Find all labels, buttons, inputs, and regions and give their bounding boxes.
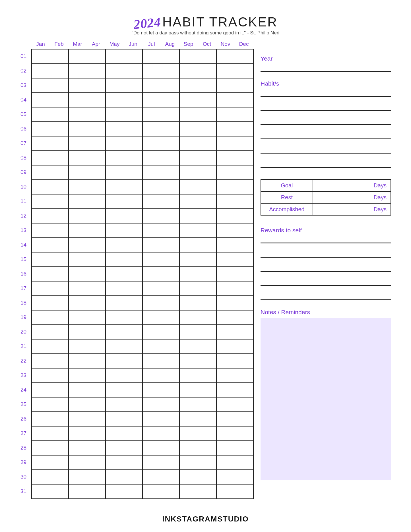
- tracker-cell[interactable]: [142, 107, 161, 122]
- tracker-cell[interactable]: [50, 426, 69, 441]
- tracker-cell[interactable]: [32, 484, 50, 499]
- tracker-cell[interactable]: [198, 426, 216, 441]
- tracker-cell[interactable]: [216, 339, 235, 354]
- tracker-cell[interactable]: [106, 165, 124, 180]
- tracker-cell[interactable]: [142, 354, 161, 368]
- tracker-cell[interactable]: [179, 296, 198, 310]
- tracker-cell[interactable]: [216, 412, 235, 426]
- tracker-cell[interactable]: [32, 165, 50, 180]
- tracker-cell[interactable]: [32, 151, 50, 165]
- tracker-cell[interactable]: [179, 267, 198, 281]
- tracker-cell[interactable]: [179, 64, 198, 78]
- tracker-cell[interactable]: [198, 325, 216, 339]
- tracker-cell[interactable]: [235, 209, 253, 223]
- tracker-cell[interactable]: [87, 151, 106, 165]
- tracker-cell[interactable]: [235, 64, 253, 78]
- accomplished-value[interactable]: Days: [313, 203, 391, 215]
- notes-box[interactable]: [261, 318, 391, 480]
- tracker-cell[interactable]: [50, 238, 69, 252]
- tracker-cell[interactable]: [32, 470, 50, 484]
- tracker-cell[interactable]: [50, 49, 69, 64]
- tracker-cell[interactable]: [235, 136, 253, 151]
- tracker-cell[interactable]: [124, 194, 142, 209]
- tracker-cell[interactable]: [69, 93, 87, 107]
- tracker-cell[interactable]: [142, 325, 161, 339]
- tracker-cell[interactable]: [50, 223, 69, 238]
- tracker-cell[interactable]: [235, 339, 253, 354]
- tracker-cell[interactable]: [161, 296, 179, 310]
- tracker-cell[interactable]: [106, 455, 124, 470]
- tracker-cell[interactable]: [216, 383, 235, 397]
- tracker-cell[interactable]: [69, 223, 87, 238]
- tracker-cell[interactable]: [216, 455, 235, 470]
- tracker-cell[interactable]: [69, 252, 87, 267]
- tracker-cell[interactable]: [235, 325, 253, 339]
- tracker-cell[interactable]: [124, 78, 142, 93]
- habit-line-2[interactable]: [261, 102, 391, 111]
- tracker-cell[interactable]: [179, 470, 198, 484]
- reward-line-5[interactable]: [261, 292, 391, 300]
- tracker-cell[interactable]: [106, 441, 124, 455]
- tracker-cell[interactable]: [50, 296, 69, 310]
- tracker-cell[interactable]: [69, 122, 87, 136]
- tracker-cell[interactable]: [106, 223, 124, 238]
- tracker-cell[interactable]: [106, 209, 124, 223]
- tracker-cell[interactable]: [142, 209, 161, 223]
- tracker-cell[interactable]: [161, 397, 179, 412]
- tracker-cell[interactable]: [87, 441, 106, 455]
- tracker-cell[interactable]: [216, 368, 235, 383]
- tracker-cell[interactable]: [198, 412, 216, 426]
- tracker-cell[interactable]: [161, 252, 179, 267]
- tracker-cell[interactable]: [69, 64, 87, 78]
- tracker-cell[interactable]: [235, 310, 253, 325]
- tracker-cell[interactable]: [50, 194, 69, 209]
- tracker-cell[interactable]: [161, 441, 179, 455]
- tracker-cell[interactable]: [161, 267, 179, 281]
- tracker-cell[interactable]: [198, 49, 216, 64]
- tracker-cell[interactable]: [69, 238, 87, 252]
- tracker-cell[interactable]: [142, 49, 161, 64]
- tracker-cell[interactable]: [179, 412, 198, 426]
- tracker-cell[interactable]: [87, 397, 106, 412]
- tracker-cell[interactable]: [198, 180, 216, 194]
- tracker-cell[interactable]: [216, 267, 235, 281]
- tracker-cell[interactable]: [216, 165, 235, 180]
- tracker-cell[interactable]: [198, 122, 216, 136]
- tracker-cell[interactable]: [50, 151, 69, 165]
- tracker-cell[interactable]: [69, 107, 87, 122]
- tracker-cell[interactable]: [87, 107, 106, 122]
- tracker-cell[interactable]: [106, 136, 124, 151]
- tracker-cell[interactable]: [50, 107, 69, 122]
- tracker-cell[interactable]: [235, 455, 253, 470]
- tracker-cell[interactable]: [142, 281, 161, 296]
- tracker-cell[interactable]: [161, 339, 179, 354]
- tracker-cell[interactable]: [32, 267, 50, 281]
- tracker-cell[interactable]: [161, 122, 179, 136]
- tracker-cell[interactable]: [124, 252, 142, 267]
- tracker-cell[interactable]: [32, 455, 50, 470]
- tracker-cell[interactable]: [179, 455, 198, 470]
- tracker-cell[interactable]: [142, 310, 161, 325]
- tracker-cell[interactable]: [179, 122, 198, 136]
- tracker-cell[interactable]: [216, 223, 235, 238]
- tracker-cell[interactable]: [32, 223, 50, 238]
- tracker-cell[interactable]: [198, 151, 216, 165]
- tracker-cell[interactable]: [124, 64, 142, 78]
- tracker-cell[interactable]: [198, 368, 216, 383]
- tracker-cell[interactable]: [69, 441, 87, 455]
- tracker-cell[interactable]: [69, 368, 87, 383]
- tracker-cell[interactable]: [142, 223, 161, 238]
- tracker-cell[interactable]: [87, 383, 106, 397]
- tracker-cell[interactable]: [50, 209, 69, 223]
- tracker-cell[interactable]: [87, 368, 106, 383]
- tracker-cell[interactable]: [32, 252, 50, 267]
- habit-line-4[interactable]: [261, 131, 391, 139]
- tracker-cell[interactable]: [69, 165, 87, 180]
- tracker-cell[interactable]: [198, 64, 216, 78]
- tracker-cell[interactable]: [216, 470, 235, 484]
- tracker-cell[interactable]: [235, 397, 253, 412]
- tracker-cell[interactable]: [124, 165, 142, 180]
- tracker-cell[interactable]: [235, 296, 253, 310]
- tracker-cell[interactable]: [142, 368, 161, 383]
- tracker-cell[interactable]: [142, 64, 161, 78]
